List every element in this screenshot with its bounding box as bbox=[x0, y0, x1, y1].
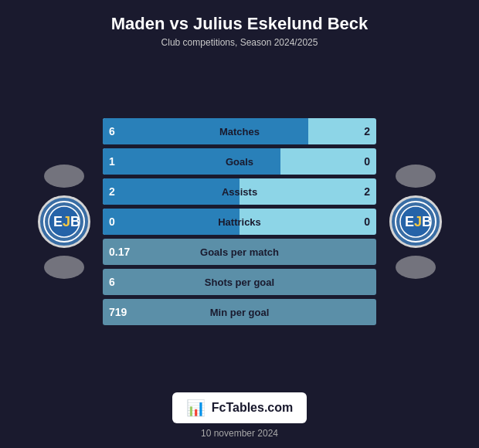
stat-bar-hattricks: 0 Hattricks 0 bbox=[103, 209, 376, 235]
label-goals: Goals bbox=[226, 156, 253, 168]
val-left-hattricks: 0 bbox=[109, 216, 115, 228]
right-oval-top bbox=[396, 165, 436, 188]
fill-goals bbox=[103, 148, 280, 175]
stat-row-goals-per-match: 0.17 Goals per match bbox=[103, 239, 376, 265]
val-right-hattricks: 0 bbox=[364, 216, 370, 228]
label-min-per-goal: Min per goal bbox=[210, 307, 270, 318]
label-goals-per-match: Goals per match bbox=[200, 246, 279, 258]
svg-text:E: E bbox=[53, 214, 63, 229]
val-left-assists: 2 bbox=[109, 185, 115, 198]
svg-text:E: E bbox=[405, 214, 414, 229]
val-shots-per-goal: 6 bbox=[109, 276, 115, 288]
right-logo-svg: E J B bbox=[394, 200, 437, 243]
subtitle: Club competitions, Season 2024/2025 bbox=[161, 37, 318, 48]
fctables-banner[interactable]: 📊 FcTables.com bbox=[172, 392, 307, 423]
stat-row-assists: 2 Assists 2 bbox=[103, 178, 376, 205]
stat-bar-matches: 6 Matches 2 bbox=[103, 118, 376, 144]
svg-text:B: B bbox=[70, 214, 80, 229]
main-content: E J B 6 Matches 2 bbox=[0, 59, 479, 385]
val-left-goals: 1 bbox=[109, 155, 115, 168]
val-left-matches: 6 bbox=[109, 125, 115, 137]
right-side-col: E J B bbox=[382, 165, 448, 279]
fill-matches bbox=[103, 118, 308, 144]
left-oval-top bbox=[44, 165, 84, 188]
val-right-assists: 2 bbox=[364, 185, 370, 198]
single-bar-shots-per-goal: 6 Shots per goal bbox=[103, 269, 376, 295]
svg-text:J: J bbox=[63, 214, 70, 229]
label-matches: Matches bbox=[219, 126, 260, 137]
left-oval-bottom bbox=[44, 256, 84, 279]
svg-text:J: J bbox=[414, 214, 422, 229]
stat-row-min-per-goal: 719 Min per goal bbox=[103, 299, 376, 325]
val-right-matches: 2 bbox=[364, 125, 370, 137]
left-logo-svg: E J B bbox=[42, 200, 86, 243]
label-assists: Assists bbox=[222, 186, 257, 198]
val-min-per-goal: 719 bbox=[109, 306, 127, 318]
left-logo: E J B bbox=[38, 195, 90, 248]
right-oval-bottom bbox=[396, 256, 436, 279]
stat-row-hattricks: 0 Hattricks 0 bbox=[103, 209, 376, 235]
svg-text:B: B bbox=[422, 214, 432, 229]
stat-row-matches: 6 Matches 2 bbox=[103, 118, 376, 144]
stat-row-goals: 1 Goals 0 bbox=[103, 148, 376, 175]
stat-bar-assists: 2 Assists 2 bbox=[103, 178, 376, 205]
fill-assists bbox=[103, 178, 240, 205]
stat-row-shots-per-goal: 6 Shots per goal bbox=[103, 269, 376, 295]
footer-date: 10 november 2024 bbox=[201, 428, 278, 439]
right-logo: E J B bbox=[389, 195, 442, 248]
fctables-label: FcTables.com bbox=[212, 401, 294, 415]
page-wrapper: Maden vs Julius Eskelund Beck Club compe… bbox=[0, 0, 479, 448]
fctables-icon: 📊 bbox=[186, 399, 206, 417]
label-hattricks: Hattricks bbox=[218, 216, 261, 228]
page-title: Maden vs Julius Eskelund Beck bbox=[111, 14, 369, 34]
left-side-col: E J B bbox=[31, 165, 97, 279]
val-goals-per-match: 0.17 bbox=[109, 246, 130, 258]
single-bar-min-per-goal: 719 Min per goal bbox=[103, 299, 376, 325]
single-bar-goals-per-match: 0.17 Goals per match bbox=[103, 239, 376, 265]
stat-bar-goals: 1 Goals 0 bbox=[103, 148, 376, 175]
stats-area: 6 Matches 2 1 Goals 0 2 Assists 2 bbox=[97, 118, 382, 325]
val-right-goals: 0 bbox=[364, 155, 370, 168]
label-shots-per-goal: Shots per goal bbox=[205, 277, 274, 288]
